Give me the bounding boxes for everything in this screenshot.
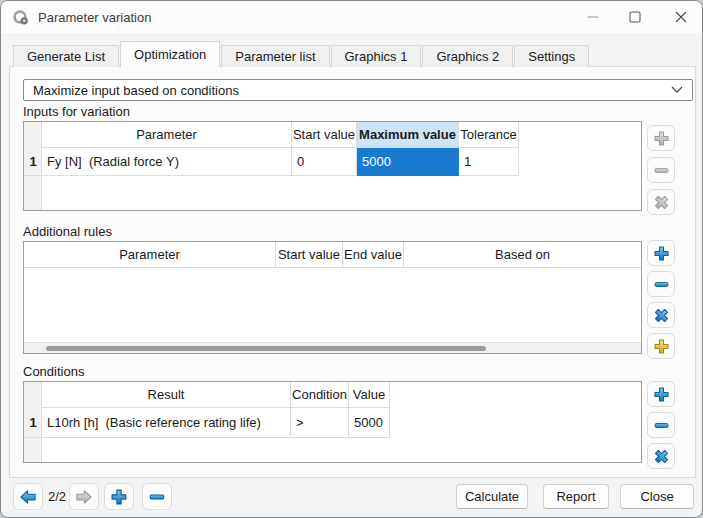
row-number[interactable]: 1 [24,408,42,438]
minus-icon [148,488,166,506]
maximize-button[interactable] [613,1,657,32]
maximize-icon [629,11,641,23]
plus-icon [653,245,670,262]
inputs-for-variation-table: Parameter Start value Maximum value Tole… [23,121,642,211]
column-header-parameter[interactable]: Parameter [42,122,292,148]
column-header-result[interactable]: Result [42,382,291,408]
column-header-value[interactable]: Value [349,382,390,408]
scrollbar-thumb[interactable] [46,346,486,351]
tab-bar: Generate List Optimization Parameter lis… [13,41,590,67]
window-title: Parameter variation [38,10,151,25]
parameter-variation-dialog: Parameter variation Generate List Optimi… [0,0,703,518]
tab-graphics-2[interactable]: Graphics 2 [422,45,513,67]
x-cross-icon [653,448,670,465]
inputs-for-variation-label: Inputs for variation [23,104,130,119]
remove-page-button[interactable] [142,483,172,510]
conditions-remove-button[interactable] [647,412,675,438]
close-window-button[interactable] [659,1,703,32]
inputs-delete-all-button[interactable] [647,189,675,215]
column-header-start-value[interactable]: Start value [276,242,343,268]
close-icon [675,11,687,23]
minus-icon [653,276,670,293]
minus-icon [653,417,670,434]
x-cross-icon [653,194,670,211]
gold-plus-icon [653,338,670,355]
tab-generate-list[interactable]: Generate List [13,45,119,67]
optimization-mode-value: Maximize input based on conditions [33,83,239,98]
tab-optimization[interactable]: Optimization [120,41,220,67]
column-header-condition[interactable]: Condition [291,382,349,408]
add-page-button[interactable] [104,483,134,510]
column-header-based-on[interactable]: Based on [404,242,641,268]
minimize-button[interactable] [571,1,615,32]
rules-add-button[interactable] [647,240,675,266]
cell-value[interactable]: 5000 [349,408,390,438]
title-bar: Parameter variation [1,1,702,33]
inputs-add-button[interactable] [647,125,675,151]
column-header-end-value[interactable]: End value [343,242,404,268]
cell-parameter[interactable]: Fy [N] (Radial force Y) [42,148,292,176]
cell-result[interactable]: L10rh [h] (Basic reference rating life) [42,408,291,438]
column-header-tolerance[interactable]: Tolerance [459,122,519,148]
x-cross-icon [653,307,670,324]
page-indicator: 2/2 [47,483,67,510]
rules-delete-all-button[interactable] [647,302,675,328]
additional-rules-label: Additional rules [23,224,112,239]
conditions-delete-all-button[interactable] [647,443,675,469]
conditions-add-button[interactable] [647,381,675,407]
additional-rules-table: Parameter Start value End value Based on [23,241,642,354]
previous-page-button[interactable] [13,483,43,510]
column-header-parameter[interactable]: Parameter [24,242,276,268]
close-button[interactable]: Close [620,484,694,509]
calculate-button[interactable]: Calculate [456,484,528,509]
inputs-remove-button[interactable] [647,157,675,183]
plus-icon [653,386,670,403]
conditions-table: Result Condition Value 1 L10rh [h] (Basi… [23,381,642,463]
row-number[interactable]: 1 [24,148,42,176]
scrollbar-corner [24,342,42,353]
conditions-label: Conditions [23,364,84,379]
horizontal-scrollbar[interactable] [42,342,641,353]
next-page-button[interactable] [69,483,99,510]
optimization-mode-select[interactable]: Maximize input based on conditions [23,79,693,101]
tab-settings[interactable]: Settings [514,45,589,67]
arrow-left-icon [19,488,37,506]
minus-icon [653,162,670,179]
column-header-maximum-value[interactable]: Maximum value [357,122,459,148]
app-icon [12,9,29,26]
plus-icon [110,488,128,506]
cell-maximum-value-selected[interactable]: 5000 [357,148,459,176]
column-header-start-value[interactable]: Start value [292,122,357,148]
minimize-icon [587,11,599,23]
cell-condition[interactable]: > [291,408,349,438]
tab-parameter-list[interactable]: Parameter list [221,45,329,67]
plus-icon [653,130,670,147]
chevron-down-icon [671,86,683,94]
cell-tolerance[interactable]: 1 [459,148,519,176]
rules-add-special-button[interactable] [647,333,675,359]
report-button[interactable]: Report [543,484,609,509]
cell-start-value[interactable]: 0 [292,148,357,176]
tab-graphics-1[interactable]: Graphics 1 [331,45,422,67]
rules-remove-button[interactable] [647,271,675,297]
arrow-right-icon [75,488,93,506]
